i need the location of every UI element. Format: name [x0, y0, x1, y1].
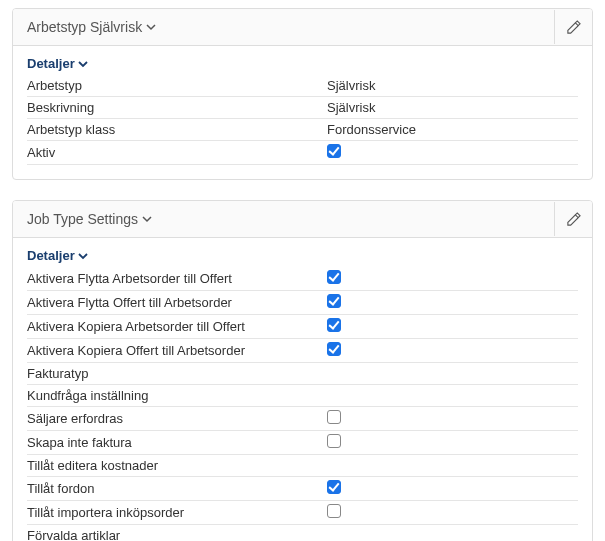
field-label: Tillåt fordon [27, 481, 327, 496]
chevron-down-icon [142, 214, 152, 224]
section-toggle[interactable]: Detaljer [27, 56, 578, 71]
checkbox[interactable] [327, 434, 341, 448]
field-label: Arbetstyp klass [27, 122, 327, 137]
field-row: Arbetstyp klassFordonsservice [27, 119, 578, 141]
field-value [327, 434, 578, 451]
field-value [327, 318, 578, 335]
field-value [327, 504, 578, 521]
field-row: Aktivera Kopiera Arbetsorder till Offert [27, 315, 578, 339]
card-title: Arbetstyp Självrisk [27, 19, 142, 35]
field-value [327, 270, 578, 287]
pencil-icon [566, 20, 581, 35]
field-label: Skapa inte faktura [27, 435, 327, 450]
card-arbetstyp: Arbetstyp Självrisk Detaljer ArbetstypSj… [12, 8, 593, 180]
field-row: Säljare erfordras [27, 407, 578, 431]
field-label: Tillåt editera kostnader [27, 458, 327, 473]
section-title: Detaljer [27, 56, 75, 71]
field-value [327, 342, 578, 359]
field-row: Kundfråga inställning [27, 385, 578, 407]
section-title: Detaljer [27, 248, 75, 263]
field-value [327, 480, 578, 497]
checkbox[interactable] [327, 504, 341, 518]
edit-button[interactable] [554, 202, 592, 236]
field-label: Aktivera Flytta Arbetsorder till Offert [27, 271, 327, 286]
card-body: Detaljer Aktivera Flytta Arbetsorder til… [13, 238, 592, 541]
pencil-icon [566, 212, 581, 227]
field-label: Beskrivning [27, 100, 327, 115]
card-title-toggle[interactable]: Job Type Settings [27, 211, 152, 227]
field-row: Aktivera Kopiera Offert till Arbetsorder [27, 339, 578, 363]
field-value: Självrisk [327, 78, 578, 93]
field-value [327, 144, 578, 161]
field-row: ArbetstypSjälvrisk [27, 75, 578, 97]
field-row: Fakturatyp [27, 363, 578, 385]
field-row: Aktivera Flytta Offert till Arbetsorder [27, 291, 578, 315]
card-title-toggle[interactable]: Arbetstyp Självrisk [27, 19, 156, 35]
field-row: Skapa inte faktura [27, 431, 578, 455]
field-label: Tillåt importera inköpsorder [27, 505, 327, 520]
field-row: Aktivera Flytta Arbetsorder till Offert [27, 267, 578, 291]
chevron-down-icon [146, 22, 156, 32]
checkbox[interactable] [327, 342, 341, 356]
field-label: Förvalda artiklar [27, 528, 327, 541]
card-job-type-settings: Job Type Settings Detaljer Aktivera Flyt… [12, 200, 593, 541]
card-header: Job Type Settings [13, 201, 592, 238]
chevron-down-icon [78, 59, 88, 69]
field-value: Självrisk [327, 100, 578, 115]
field-value: Fordonsservice [327, 122, 578, 137]
field-label: Aktivera Kopiera Offert till Arbetsorder [27, 343, 327, 358]
edit-button[interactable] [554, 10, 592, 44]
checkbox[interactable] [327, 318, 341, 332]
card-body: Detaljer ArbetstypSjälvriskBeskrivningSj… [13, 46, 592, 179]
checkbox[interactable] [327, 294, 341, 308]
field-row: Förvalda artiklar [27, 525, 578, 541]
field-row: Aktiv [27, 141, 578, 165]
checkbox[interactable] [327, 410, 341, 424]
field-label: Aktiv [27, 145, 327, 160]
section-toggle[interactable]: Detaljer [27, 248, 578, 263]
field-label: Arbetstyp [27, 78, 327, 93]
field-row: Tillåt importera inköpsorder [27, 501, 578, 525]
field-label: Fakturatyp [27, 366, 327, 381]
field-value [327, 294, 578, 311]
chevron-down-icon [78, 251, 88, 261]
card-title: Job Type Settings [27, 211, 138, 227]
field-label: Säljare erfordras [27, 411, 327, 426]
field-label: Kundfråga inställning [27, 388, 327, 403]
checkbox[interactable] [327, 480, 341, 494]
field-value [327, 410, 578, 427]
field-label: Aktivera Kopiera Arbetsorder till Offert [27, 319, 327, 334]
checkbox[interactable] [327, 270, 341, 284]
checkbox[interactable] [327, 144, 341, 158]
card-header: Arbetstyp Självrisk [13, 9, 592, 46]
field-label: Aktivera Flytta Offert till Arbetsorder [27, 295, 327, 310]
field-row: Tillåt fordon [27, 477, 578, 501]
field-row: BeskrivningSjälvrisk [27, 97, 578, 119]
field-row: Tillåt editera kostnader [27, 455, 578, 477]
